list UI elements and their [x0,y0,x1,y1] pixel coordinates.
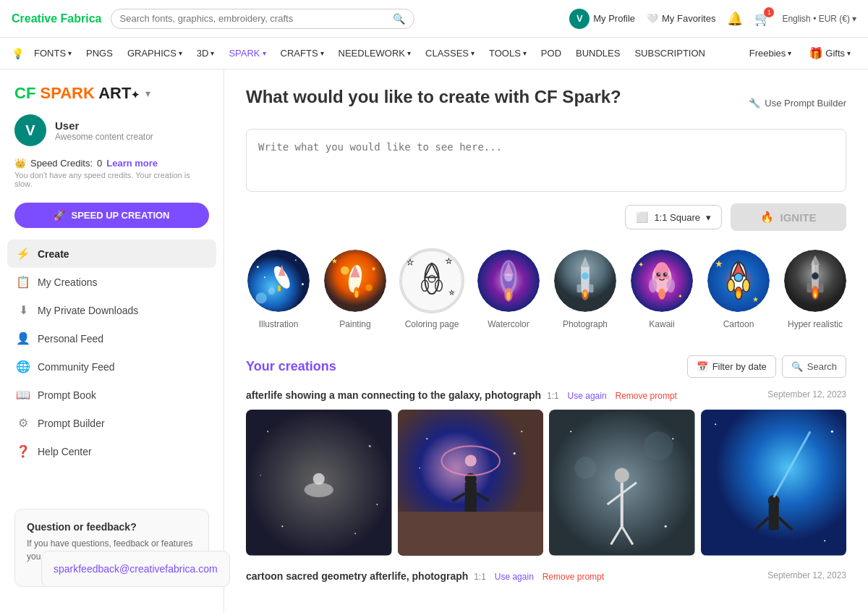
site-logo[interactable]: Creative Fabrica [12,12,102,25]
svg-point-108 [644,431,673,460]
style-cartoon[interactable]: ★ ★ Cartoon [706,248,771,329]
nav-pngs[interactable]: PNGS [80,38,119,69]
image-thumb-1-4[interactable] [701,410,847,556]
controls-row: ⬜ 1:1 Square ▾ 🔥 IGNITE [246,203,846,231]
svg-point-103 [615,468,629,483]
style-painting[interactable]: ★ ★ Painting [323,248,388,329]
svg-point-8 [302,283,304,285]
feedback-email-link[interactable]: sparkfeedback@creativefabrica.com [41,551,230,587]
style-kawaii[interactable]: ✦ ✦ Kawaii [629,248,694,329]
style-label-coloring: Coloring page [405,319,459,329]
svg-rect-39 [590,284,594,292]
sidebar-item-personal-feed[interactable]: 👤 Personal Feed [7,324,216,352]
svg-rect-113 [701,410,847,556]
prompt-textarea-wrapper[interactable] [246,129,846,192]
nav-fonts[interactable]: FONTS▾ [28,38,77,69]
sidebar-item-prompt-book[interactable]: 📖 Prompt Book [7,381,216,409]
remove-prompt-link-2[interactable]: Remove prompt [542,572,604,582]
user-info: User Awesome content creator [55,119,153,142]
language-selector[interactable]: English • EUR (€) ▾ [782,14,856,24]
image-thumb-1-3[interactable] [549,410,695,556]
style-circle-watercolor [476,248,541,313]
sidebar-item-private-downloads[interactable]: ⬇ My Private Downloads [7,296,216,324]
sidebar-item-create[interactable]: ⚡ Create [7,240,216,268]
prompt-builder-link[interactable]: 🔧 Use Prompt Builder [749,98,846,109]
creations-title: Your creations [246,359,336,374]
svg-point-40 [582,273,589,280]
style-photograph[interactable]: Photograph [553,248,618,329]
filter-date-label: Filter by date [712,361,767,372]
favorites-link[interactable]: 🤍 My Favorites [647,13,715,24]
svg-text:✦: ✦ [678,293,683,300]
aspect-ratio-select[interactable]: ⬜ 1:1 Square ▾ [625,205,722,229]
ignite-button[interactable]: 🔥 IGNITE [731,203,846,231]
styles-row: Illustration [246,248,846,335]
nav-freebies[interactable]: Freebies▾ [744,48,798,59]
chevron-down-icon[interactable]: ▾ [145,88,150,99]
learn-more-link[interactable]: Learn more [106,158,158,169]
image-thumb-1-1[interactable] [246,410,392,556]
speed-up-button[interactable]: 🚀 SPEED UP CREATION [14,203,209,228]
nav-graphics[interactable]: GRAPHICS▾ [122,38,188,69]
cart-icon[interactable]: 🛒 1 [754,11,770,27]
sidebar-item-community-feed[interactable]: 🌐 Community Feed [7,352,216,381]
filter-date-button[interactable]: 📅 Filter by date [687,355,776,378]
svg-point-86 [260,475,261,476]
main-content: What would you like to create with CF Sp… [224,69,868,613]
search-label: Search [807,361,837,372]
search-input[interactable] [120,13,387,24]
svg-point-121 [715,423,716,425]
svg-text:★: ★ [752,295,759,303]
image-thumb-1-2[interactable] [398,410,544,556]
svg-point-50 [654,275,658,279]
style-watercolor[interactable]: Watercolor [476,248,541,329]
search-bar[interactable]: 🔍 [111,9,414,29]
user-avatar: V [14,114,46,146]
profile-label: My Profile [593,13,635,24]
creation-prompt-text-2: cartoon sacred geometry afterlife, photo… [246,570,468,582]
remove-prompt-link-1[interactable]: Remove prompt [616,391,677,401]
search-creations-button[interactable]: 🔍 Search [782,355,846,378]
style-hyper-realistic[interactable]: Hyper realistic [783,248,846,329]
style-circle-illustration [246,248,311,313]
svg-rect-90 [398,512,544,555]
svg-point-2 [268,288,276,295]
use-again-link-2[interactable]: Use again [495,572,534,582]
nav-pod[interactable]: POD [535,38,567,69]
sidebar-item-my-creations[interactable]: 📋 My Creations [7,268,216,296]
svg-point-6 [257,266,259,268]
svg-point-49 [665,273,667,274]
nav-crafts[interactable]: CRAFTS▾ [275,38,330,69]
style-coloring-page[interactable]: ★ ★ ★ Coloring page [399,248,464,329]
chevron-down-icon: ▾ [407,49,411,57]
notifications-icon[interactable]: 🔔 [727,11,743,27]
profile-link[interactable]: V My Profile [569,9,635,29]
svg-point-76 [814,293,817,297]
nav-spark[interactable]: SPARK▾ [223,38,271,69]
sidebar-item-prompt-builder[interactable]: ⚙ Prompt Builder [7,409,216,437]
chevron-down-icon: ▾ [706,212,711,223]
rocket-icon: 🚀 [54,210,65,221]
svg-point-16 [355,290,359,297]
nav-bundles[interactable]: BUNDLES [570,38,626,69]
nav-tools[interactable]: TOOLS▾ [483,38,532,69]
svg-text:★: ★ [449,289,454,296]
chevron-down-icon: ▾ [320,49,324,57]
credits-label: Speed Credits: [30,158,93,169]
svg-point-73 [812,260,814,274]
nav-gifts[interactable]: 🎁 Gifts▾ [803,46,856,60]
nav-classes[interactable]: CLASSES▾ [420,38,480,69]
style-circle-kawaii: ✦ ✦ [629,248,694,313]
style-illustration[interactable]: Illustration [246,248,311,329]
sidebar-item-help-center[interactable]: ❓ Help Center [7,437,216,465]
svg-point-1 [255,292,266,303]
prompt-textarea[interactable] [258,141,834,177]
nav-needlework[interactable]: NEEDLEWORK▾ [333,38,417,69]
nav-subscription[interactable]: SUBSCRIPTION [629,38,711,69]
svg-point-61 [743,279,750,292]
svg-point-13 [341,266,349,274]
style-circle-cartoon: ★ ★ [706,248,771,313]
nav-3d[interactable]: 3D▾ [191,38,221,69]
use-again-link-1[interactable]: Use again [568,391,607,401]
svg-point-109 [574,457,596,478]
